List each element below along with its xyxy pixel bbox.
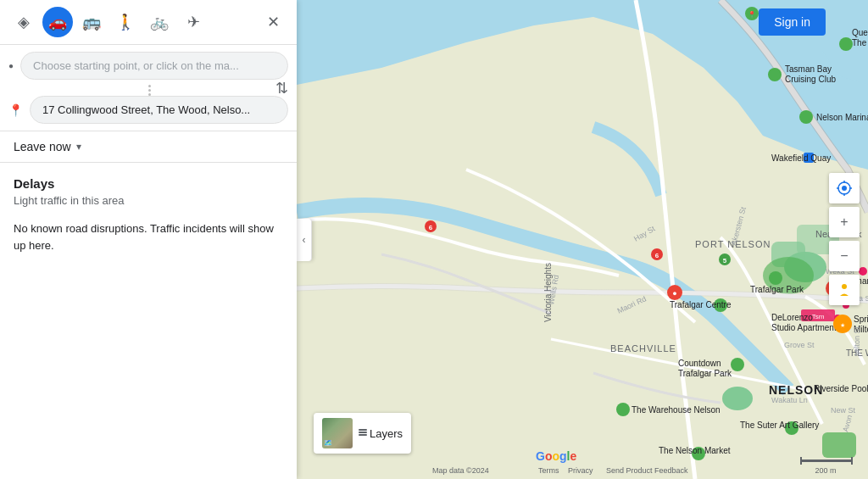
destination-row: 📍 <box>8 96 288 124</box>
svg-text:6: 6 <box>655 252 659 259</box>
svg-point-54 <box>731 358 744 371</box>
destination-input[interactable] <box>30 96 288 124</box>
map-area[interactable]: 6 6 5 ● Sealord 📍 Tasman Bay Cruising Cl… <box>297 0 868 479</box>
svg-text:DeLorenzo: DeLorenzo <box>771 313 813 322</box>
diamond-nav-icon[interactable]: ◈ <box>8 7 39 37</box>
street-view-button[interactable] <box>829 275 860 305</box>
layers-label: Layers <box>370 427 403 440</box>
svg-point-5 <box>722 387 753 410</box>
svg-text:Google: Google <box>536 449 576 463</box>
svg-text:Trafalgar Park: Trafalgar Park <box>750 285 804 294</box>
svg-text:Nelson Marina: Nelson Marina <box>816 113 868 122</box>
svg-text:200 m: 200 m <box>815 466 836 475</box>
delays-section: Delays Light traffic in this area No kno… <box>0 163 297 479</box>
svg-rect-104 <box>359 429 367 431</box>
origin-row: ● <box>8 52 288 80</box>
car-nav-icon[interactable]: 🚗 <box>42 7 73 37</box>
svg-point-16 <box>859 267 867 276</box>
svg-text:●: ● <box>672 289 676 298</box>
my-location-button[interactable] <box>829 173 860 203</box>
svg-point-57 <box>616 403 630 416</box>
bike-nav-icon[interactable]: 🚲 <box>144 7 175 37</box>
svg-text:Riverside Pool: Riverside Pool <box>814 384 868 393</box>
svg-text:New St: New St <box>831 406 856 415</box>
left-panel: ◈ 🚗 🚌 🚶 🚲 ✈ ✕ ● 📍 ⇅ Leave now ▾ Dela <box>0 0 297 479</box>
svg-text:Wakefield Quay: Wakefield Quay <box>771 153 831 163</box>
svg-text:Trafalgar Park: Trafalgar Park <box>678 369 732 378</box>
svg-text:Sprig + Fern: Sprig + Fern <box>854 315 868 324</box>
close-nav-button[interactable]: ✕ <box>258 7 288 37</box>
svg-point-25 <box>768 68 782 81</box>
svg-rect-102 <box>359 434 367 436</box>
swap-icon: ⇅ <box>275 79 288 97</box>
search-section: ● 📍 ⇅ <box>0 45 297 131</box>
svg-text:6: 6 <box>429 224 433 231</box>
svg-point-36 <box>769 271 782 285</box>
svg-text:Studio Apartments: Studio Apartments <box>771 323 841 332</box>
leave-now-arrow-icon: ▾ <box>76 141 81 153</box>
leave-now-label: Leave now <box>14 140 71 153</box>
svg-point-28 <box>799 110 813 124</box>
svg-text:★: ★ <box>840 322 845 328</box>
svg-rect-78 <box>800 457 802 465</box>
divider-dots <box>10 85 288 96</box>
map-svg: 6 6 5 ● Sealord 📍 Tasman Bay Cruising Cl… <box>297 0 868 479</box>
layers-button[interactable]: 🗺️ Layers <box>314 413 411 454</box>
map-controls: + − <box>829 173 860 307</box>
zoom-in-button[interactable]: + <box>829 207 860 237</box>
svg-text:Terms: Terms <box>538 466 559 475</box>
walk-nav-icon[interactable]: 🚶 <box>110 7 141 37</box>
leave-now-button[interactable]: Leave now ▾ <box>14 140 81 153</box>
origin-input[interactable] <box>20 52 288 80</box>
delays-title: Delays <box>14 176 283 191</box>
collapse-panel-button[interactable]: ‹ <box>297 219 312 261</box>
svg-text:Wakatu Ln: Wakatu Ln <box>771 396 808 404</box>
svg-text:The Warehouse Nelson: The Warehouse Nelson <box>632 405 721 415</box>
flight-nav-icon[interactable]: ✈ <box>178 7 209 37</box>
svg-point-95 <box>842 186 847 191</box>
zoom-out-button[interactable]: − <box>829 241 860 271</box>
destination-pin-icon: 📍 <box>8 103 23 117</box>
svg-text:Send Product Feedback: Send Product Feedback <box>606 466 688 475</box>
svg-text:The Nelson Market: The Nelson Market <box>659 446 731 455</box>
svg-rect-8 <box>822 432 856 458</box>
transit-nav-icon[interactable]: 🚌 <box>76 7 107 37</box>
svg-rect-77 <box>800 460 851 462</box>
delays-subtitle: Light traffic in this area <box>14 194 283 207</box>
delays-body: No known road disruptions. Traffic incid… <box>14 220 283 253</box>
svg-rect-103 <box>359 432 367 433</box>
svg-text:Tasman Bay: Tasman Bay <box>785 64 832 74</box>
svg-text:The Second Reserve: The Second Reserve <box>852 38 868 47</box>
svg-text:Privacy: Privacy <box>568 466 593 475</box>
svg-text:📍: 📍 <box>748 10 756 19</box>
svg-text:Milton St: Milton St <box>853 326 861 356</box>
svg-rect-79 <box>851 457 853 465</box>
leave-now-bar: Leave now ▾ <box>0 131 297 163</box>
svg-text:Map data ©2024: Map data ©2024 <box>432 466 489 475</box>
swap-button[interactable]: ⇅ <box>275 79 288 97</box>
layers-icon <box>358 428 368 438</box>
svg-text:Tsm: Tsm <box>812 313 825 320</box>
svg-text:Countdown: Countdown <box>678 359 721 368</box>
svg-text:5: 5 <box>723 257 727 265</box>
svg-text:The Suter Art Gallery: The Suter Art Gallery <box>740 421 819 430</box>
sign-in-button[interactable]: Sign in <box>759 8 826 36</box>
nav-icons-bar: ◈ 🚗 🚌 🚶 🚲 ✈ ✕ <box>0 0 297 45</box>
svg-point-101 <box>842 284 847 289</box>
svg-point-30 <box>839 37 853 51</box>
svg-text:Queen Elizabeth: Queen Elizabeth <box>852 28 868 37</box>
svg-text:Trafalgar Centre: Trafalgar Centre <box>670 300 732 309</box>
origin-dot-icon: ● <box>8 61 14 70</box>
svg-text:Cruising Club: Cruising Club <box>785 75 836 84</box>
svg-text:BEACHVILLE: BEACHVILLE <box>610 343 676 354</box>
svg-text:Grove St: Grove St <box>784 341 815 349</box>
